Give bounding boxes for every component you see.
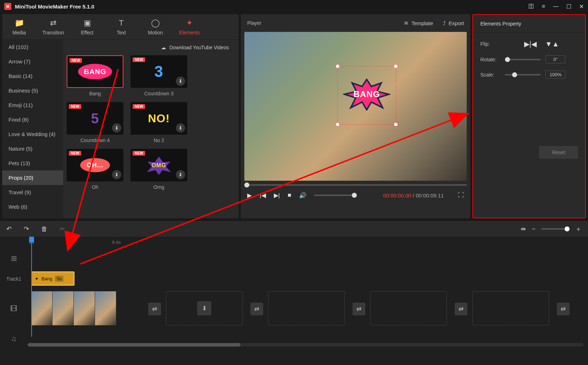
- empty-media-slot[interactable]: ⬇: [166, 291, 243, 325]
- scale-thumb[interactable]: [512, 72, 517, 77]
- download-youtube-link[interactable]: ☁ Download YouTube Videos: [63, 40, 239, 55]
- template-button[interactable]: ≋Template: [404, 20, 433, 26]
- split-button[interactable]: ✂: [60, 225, 65, 233]
- zoom-in-button[interactable]: ＋: [575, 225, 582, 233]
- track-label: Track1: [0, 276, 28, 282]
- fit-button[interactable]: ⇹: [521, 225, 526, 233]
- download-icon[interactable]: ⬇: [112, 170, 121, 179]
- close-button[interactable]: ✕: [579, 3, 584, 10]
- transition-placeholder[interactable]: ⇄: [455, 303, 467, 315]
- category-nature[interactable]: Nature (5): [2, 141, 63, 156]
- element-oh[interactable]: NEW OH... ⬇ Oh: [67, 149, 123, 193]
- menu-icon[interactable]: ≡: [542, 3, 545, 10]
- resize-handle-se[interactable]: [394, 122, 398, 127]
- tab-motion[interactable]: ◯Motion: [138, 18, 172, 35]
- resize-handle-nw[interactable]: [335, 64, 340, 68]
- download-icon[interactable]: ⬇: [176, 77, 185, 86]
- player-progress[interactable]: [244, 184, 467, 186]
- flip-label: Flip:: [480, 41, 505, 47]
- scale-value[interactable]: 100%: [545, 71, 565, 79]
- video-clip[interactable]: [31, 291, 116, 325]
- delete-button[interactable]: 🗑: [41, 225, 48, 233]
- category-pets[interactable]: Pets (13): [2, 156, 63, 170]
- volume-slider[interactable]: [314, 195, 357, 196]
- add-media-icon[interactable]: ⬇: [197, 301, 211, 315]
- category-arrow[interactable]: Arrow (7): [2, 54, 63, 69]
- elements-grid: NEW BANG Bang NEW 3 ⬇ Countdown 3: [63, 55, 239, 218]
- redo-button[interactable]: ↷: [24, 225, 29, 233]
- category-business[interactable]: Business (5): [2, 83, 63, 98]
- element-track: Track1 ✦ Bang 5s: [0, 269, 588, 289]
- next-frame-button[interactable]: ▶|: [274, 192, 280, 199]
- transition-placeholder[interactable]: ⇄: [148, 303, 161, 315]
- category-emoji[interactable]: Emoji (11): [2, 98, 63, 112]
- tab-text[interactable]: TText: [104, 18, 138, 35]
- play-button[interactable]: ▶: [247, 192, 252, 199]
- transition-placeholder[interactable]: ⇄: [353, 303, 365, 315]
- volume-icon[interactable]: 🔊: [299, 192, 306, 199]
- new-badge: NEW: [133, 151, 145, 156]
- add-track-icon[interactable]: ⊞: [11, 254, 17, 262]
- tab-elements[interactable]: ✦Elements: [172, 18, 206, 35]
- timecode: 00:00:00.00 / 00:00:09.11: [383, 192, 444, 198]
- tab-media[interactable]: 📁Media: [2, 18, 36, 35]
- rotate-value[interactable]: 0°: [545, 55, 565, 63]
- reset-button[interactable]: Reset: [539, 146, 578, 159]
- zoom-slider[interactable]: [541, 228, 570, 230]
- element-no-2[interactable]: NEW NO! ⬇ No 2: [131, 102, 187, 146]
- export-button[interactable]: ⤴Export: [443, 20, 464, 26]
- element-countdown-4[interactable]: NEW 5 ⬇ Countdown 4: [67, 102, 123, 146]
- new-badge: NEW: [69, 151, 81, 156]
- flip-vertical-button[interactable]: ▼▲: [545, 40, 559, 48]
- prev-frame-button[interactable]: |◀: [260, 192, 266, 199]
- element-bang[interactable]: NEW BANG Bang: [67, 55, 123, 99]
- maximize-button[interactable]: ☐: [566, 3, 571, 10]
- transition-placeholder[interactable]: ⇄: [250, 303, 263, 315]
- flip-horizontal-button[interactable]: ▶|◀: [524, 40, 537, 48]
- tab-transition[interactable]: ⇄Transition: [36, 18, 70, 35]
- empty-media-slot[interactable]: [268, 291, 345, 325]
- video-preview[interactable]: BANG: [244, 32, 467, 181]
- empty-media-slot[interactable]: [370, 291, 447, 325]
- horizontal-scrollbar[interactable]: [28, 343, 584, 347]
- tab-effect[interactable]: ▣Effect: [70, 18, 104, 35]
- category-food[interactable]: Food (8): [2, 112, 63, 127]
- stop-button[interactable]: ■: [288, 192, 291, 199]
- undo-button[interactable]: ↶: [6, 225, 12, 233]
- category-props[interactable]: Props (20): [2, 170, 63, 185]
- empty-media-slot[interactable]: [472, 291, 549, 325]
- scrollbar-thumb[interactable]: [28, 343, 240, 347]
- category-web[interactable]: Web (6): [2, 200, 63, 214]
- zoom-out-button[interactable]: −: [532, 225, 536, 233]
- category-basic[interactable]: Basic (14): [2, 69, 63, 83]
- transition-placeholder[interactable]: ⇄: [557, 303, 570, 315]
- resize-handle-ne[interactable]: [394, 64, 398, 68]
- zoom-thumb[interactable]: [565, 226, 570, 231]
- upload-icon: ⤴: [443, 20, 446, 26]
- category-travel[interactable]: Travel (9): [2, 185, 63, 200]
- key-icon[interactable]: ⚿: [528, 3, 534, 10]
- player-title: Player: [247, 20, 261, 26]
- new-badge: NEW: [70, 58, 82, 63]
- ruler[interactable]: 0s 9.4s: [0, 237, 588, 248]
- download-icon[interactable]: ⬇: [112, 123, 121, 133]
- video-track: 🎞 ⇄ ⬇ ⇄ ⇄ ⇄ ⇄: [0, 289, 588, 328]
- resize-handle-sw[interactable]: [335, 122, 340, 127]
- bang-element-overlay[interactable]: BANG: [343, 79, 390, 111]
- category-all[interactable]: All (102): [2, 40, 63, 54]
- playhead[interactable]: [31, 237, 32, 337]
- element-omg[interactable]: NEW OMG ⬇ Omg: [131, 149, 187, 193]
- fullscreen-button[interactable]: ⛶: [458, 192, 464, 199]
- svg-text:BANG: BANG: [354, 89, 380, 99]
- rotate-thumb[interactable]: [505, 57, 510, 62]
- scale-slider[interactable]: [505, 74, 540, 75]
- download-icon[interactable]: ⬇: [176, 170, 185, 179]
- folder-icon: 📁: [2, 18, 36, 28]
- rotate-slider[interactable]: [505, 59, 540, 60]
- clip-bang[interactable]: ✦ Bang 5s: [31, 271, 74, 286]
- volume-thumb[interactable]: [352, 193, 357, 198]
- category-love-wedding[interactable]: Love & Wedding (4): [2, 127, 63, 141]
- minimize-button[interactable]: —: [553, 3, 559, 10]
- element-countdown-3[interactable]: NEW 3 ⬇ Countdown 3: [131, 55, 187, 99]
- download-icon[interactable]: ⬇: [176, 123, 185, 133]
